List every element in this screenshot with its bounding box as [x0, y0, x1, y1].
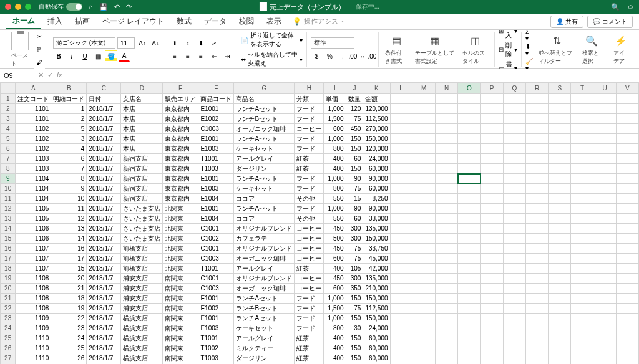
cell-T26[interactable]	[571, 343, 593, 353]
cell-L3[interactable]	[390, 114, 412, 124]
cell-C22[interactable]: 2018/1/7	[87, 304, 121, 314]
cell-U23[interactable]	[593, 314, 616, 323]
cell-N21[interactable]	[435, 294, 457, 304]
cell-G20[interactable]: オーガニック珈琲	[234, 284, 295, 294]
cell-F16[interactable]: C1001	[198, 244, 234, 254]
col-header-G[interactable]: G	[234, 83, 295, 94]
cell-C23[interactable]: 2018/1/7	[87, 314, 121, 323]
cell-U13[interactable]	[593, 214, 616, 224]
cell-D27[interactable]: 横浜支店	[121, 353, 163, 363]
cell-A9[interactable]: 1104	[16, 174, 51, 184]
cell-H12[interactable]: フード	[295, 204, 324, 214]
cell-U11[interactable]	[593, 194, 616, 204]
cell-T18[interactable]	[571, 264, 593, 274]
cell-I6[interactable]: 800	[324, 144, 346, 154]
cell-O9[interactable]	[458, 174, 480, 184]
cell-N23[interactable]	[435, 314, 457, 323]
col-header-L[interactable]: L	[390, 83, 412, 94]
cell-R21[interactable]	[526, 294, 549, 304]
fill-color-button[interactable]: 🪣	[105, 50, 117, 62]
row-header-2[interactable]: 2	[1, 104, 16, 114]
cell-U4[interactable]	[593, 124, 616, 134]
cell-A13[interactable]: 1105	[16, 214, 51, 224]
cell-Q17[interactable]	[503, 254, 525, 264]
cell-O1[interactable]	[458, 94, 480, 104]
cell-R18[interactable]	[526, 264, 549, 274]
cell-J17[interactable]: 75	[346, 254, 363, 264]
cell-P23[interactable]	[480, 314, 503, 323]
cell-S25[interactable]	[549, 333, 571, 343]
cell-E13[interactable]: 北関東	[163, 214, 198, 224]
cell-E22[interactable]: 南関東	[163, 304, 198, 314]
col-header-U[interactable]: U	[593, 83, 616, 94]
cell-F11[interactable]: E1004	[198, 194, 234, 204]
cell-R15[interactable]	[526, 234, 549, 244]
col-header-K[interactable]: K	[363, 83, 390, 94]
tab-校閲[interactable]: 校閲	[233, 14, 260, 29]
cell-G16[interactable]: オリジナルブレンド	[234, 244, 295, 254]
cell-F6[interactable]: E1003	[198, 144, 234, 154]
cell-F22[interactable]: E1002	[198, 304, 234, 314]
cell-E18[interactable]: 北関東	[163, 264, 198, 274]
cell-Q12[interactable]	[503, 204, 525, 214]
cell-U19[interactable]	[593, 274, 616, 284]
cell-N26[interactable]	[435, 343, 457, 353]
cell-P21[interactable]	[480, 294, 503, 304]
cell-T15[interactable]	[571, 234, 593, 244]
cell-R13[interactable]	[526, 214, 549, 224]
cell-D25[interactable]: 横浜支店	[121, 333, 163, 343]
delete-cells-button[interactable]: ⊟ 削除 ▾	[499, 41, 517, 59]
row-header-9[interactable]: 9	[1, 174, 16, 184]
spreadsheet-grid[interactable]: ABCDEFGHIJKLMNOPQRSTUV1注文コード明細コード日付支店名販売…	[0, 82, 639, 364]
row-header-20[interactable]: 20	[1, 284, 16, 294]
cell-M7[interactable]	[412, 154, 435, 164]
cell-S14[interactable]	[549, 224, 571, 234]
col-header-N[interactable]: N	[435, 83, 457, 94]
cell-E27[interactable]: 南関東	[163, 353, 198, 363]
cell-H27[interactable]: 紅茶	[295, 353, 324, 363]
cell-O25[interactable]	[458, 333, 480, 343]
name-box[interactable]	[0, 69, 34, 82]
cell-N3[interactable]	[435, 114, 457, 124]
cell-M3[interactable]	[412, 114, 435, 124]
cell-T20[interactable]	[571, 284, 593, 294]
cell-L11[interactable]	[390, 194, 412, 204]
cell-G23[interactable]: ランチAセット	[234, 314, 295, 323]
cell-N20[interactable]	[435, 284, 457, 294]
cell-J10[interactable]: 75	[346, 184, 363, 194]
cell-B10[interactable]: 9	[51, 184, 87, 194]
cell-G21[interactable]: ランチAセット	[234, 294, 295, 304]
cell-C17[interactable]: 2018/1/7	[87, 254, 121, 264]
cell-J27[interactable]: 150	[346, 353, 363, 363]
cell-Q24[interactable]	[503, 323, 525, 333]
cell-C20[interactable]: 2018/1/7	[87, 284, 121, 294]
align-right-icon[interactable]: ≡	[195, 50, 207, 62]
cell-V17[interactable]	[616, 254, 638, 264]
row-header-26[interactable]: 26	[1, 343, 16, 353]
cell-A17[interactable]: 1107	[16, 254, 51, 264]
cell-E2[interactable]: 東京都内	[163, 104, 198, 114]
cell-M23[interactable]	[412, 314, 435, 323]
cell-E11[interactable]: 東京都内	[163, 194, 198, 204]
cell-D26[interactable]: 横浜支店	[121, 343, 163, 353]
cell-U20[interactable]	[593, 284, 616, 294]
align-left-icon[interactable]: ≡	[169, 50, 180, 62]
cell-U16[interactable]	[593, 244, 616, 254]
ideas-button[interactable]: ⚡アイデア	[611, 33, 630, 67]
cell-G25[interactable]: アールグレイ	[234, 333, 295, 343]
merge-center-button[interactable]: ⬌ セルを結合して中央揃え ▾	[241, 50, 303, 68]
cell-D16[interactable]: 前橋支店	[121, 244, 163, 254]
cell-A25[interactable]: 1110	[16, 333, 51, 343]
cell-F17[interactable]: C1003	[198, 254, 234, 264]
cell-E8[interactable]: 東京都内	[163, 164, 198, 174]
cell-P22[interactable]	[480, 304, 503, 314]
cell-I25[interactable]: 400	[324, 333, 346, 343]
share-button[interactable]: 👤 共有	[550, 16, 583, 28]
tab-データ[interactable]: データ	[198, 14, 233, 29]
comma-icon[interactable]: ,	[337, 50, 348, 62]
cell-U7[interactable]	[593, 154, 616, 164]
cell-B27[interactable]: 26	[51, 353, 87, 363]
cell-N10[interactable]	[435, 184, 457, 194]
cell-M16[interactable]	[412, 244, 435, 254]
cell-U8[interactable]	[593, 164, 616, 174]
